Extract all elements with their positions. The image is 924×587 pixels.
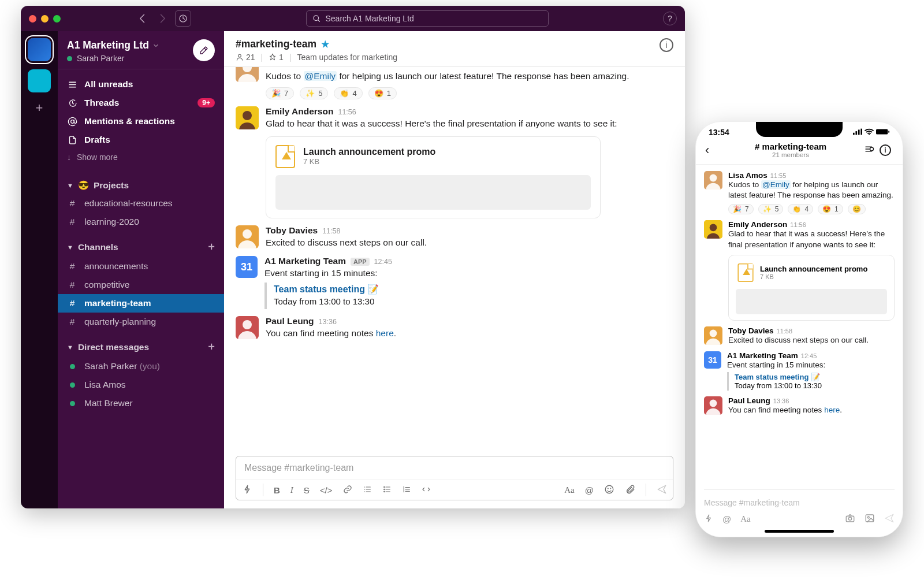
- channel-topic[interactable]: Team updates for marketing: [297, 53, 397, 62]
- channel-marketing-team[interactable]: #marketing-team: [58, 294, 224, 313]
- dm-sarah-parker[interactable]: Sarah Parker (you): [58, 357, 224, 376]
- send-button[interactable]: [884, 513, 895, 525]
- window-controls[interactable]: [29, 15, 130, 23]
- camera-icon[interactable]: [845, 513, 855, 525]
- link-icon[interactable]: [343, 485, 352, 496]
- avatar[interactable]: [236, 67, 259, 82]
- sidebar-item-threads[interactable]: Threads 9+: [58, 94, 224, 112]
- reaction[interactable]: 👏4: [334, 87, 362, 99]
- add-dm-button[interactable]: +: [208, 340, 215, 354]
- reaction[interactable]: 🎉7: [266, 87, 294, 99]
- dm-lisa-amos[interactable]: Lisa Amos: [58, 376, 224, 394]
- minimize-window-button[interactable]: [41, 15, 49, 23]
- phone-message[interactable]: Toby Davies11:58 Excited to discuss next…: [704, 324, 895, 348]
- message[interactable]: 31 A1 Marketing TeamAPP12:45 Event start…: [236, 252, 673, 312]
- phone-message[interactable]: 31 A1 Marketing Team12:45 Event starting…: [704, 348, 895, 393]
- add-channel-button[interactable]: +: [208, 240, 215, 254]
- phone-back-button[interactable]: ‹: [705, 143, 719, 158]
- section-dms-header[interactable]: ▼Direct messages+: [58, 331, 224, 357]
- phone-search-button[interactable]: [862, 144, 876, 157]
- format-toggle-icon[interactable]: Aa: [564, 485, 575, 495]
- italic-icon[interactable]: I: [290, 485, 293, 495]
- message-feed[interactable]: Lisa Amos11:55 Kudos to @Emily for helpi…: [224, 67, 685, 456]
- mention-icon[interactable]: @: [585, 485, 594, 495]
- workspace-1[interactable]: [28, 38, 51, 61]
- shortcuts-icon[interactable]: [242, 484, 252, 496]
- user-mention[interactable]: @Emily: [304, 71, 337, 81]
- code-block-icon[interactable]: [422, 485, 431, 496]
- back-button[interactable]: [136, 13, 150, 24]
- phone-event[interactable]: Team status meeting 📝 Today from 13:00 t…: [727, 372, 895, 391]
- calendar-app-icon[interactable]: 31: [236, 256, 258, 278]
- avatar[interactable]: [236, 316, 259, 339]
- pin-count[interactable]: 1: [269, 53, 284, 62]
- channel-learning-2020[interactable]: #learning-2020: [58, 213, 224, 231]
- channel-educational-resources[interactable]: #educational-resources: [58, 194, 224, 213]
- workspace-2[interactable]: [28, 69, 51, 92]
- current-user[interactable]: Sarah Parker: [67, 54, 159, 63]
- sidebar-show-more[interactable]: ↓Show more: [58, 149, 224, 168]
- compose-button[interactable]: [193, 39, 215, 61]
- member-count[interactable]: 21: [236, 53, 255, 62]
- section-projects-header[interactable]: ▼😎Projects: [58, 171, 224, 194]
- sidebar-item-mentions[interactable]: Mentions & reactions: [58, 112, 224, 131]
- message[interactable]: Toby Davies11:58 Excited to discuss next…: [236, 222, 673, 252]
- phone-channel-title[interactable]: # marketing-team: [722, 142, 859, 151]
- message-body: Excited to discuss next steps on our cal…: [266, 236, 673, 249]
- phone-attachment[interactable]: Launch announcement promo7 KB: [728, 255, 895, 321]
- message-link[interactable]: here: [376, 328, 394, 338]
- reaction[interactable]: ✨5: [300, 87, 328, 99]
- maximize-window-button[interactable]: [53, 15, 61, 23]
- send-button[interactable]: [657, 484, 667, 496]
- reaction[interactable]: 😍1: [368, 87, 397, 99]
- calendar-event[interactable]: Team status meeting 📝 Today from 13:00 t…: [264, 283, 673, 309]
- phone-message[interactable]: Lisa Amos11:55 Kudos to @Emily for helpi…: [704, 168, 895, 217]
- phone-details-button[interactable]: i: [880, 144, 893, 156]
- history-button[interactable]: [175, 10, 191, 27]
- workspace-switcher[interactable]: A1 Marketing Ltd: [67, 39, 159, 51]
- avatar[interactable]: [236, 225, 259, 248]
- star-icon[interactable]: ★: [321, 39, 329, 50]
- sidebar-item-unreads[interactable]: All unreads: [58, 75, 224, 94]
- dm-matt-brewer[interactable]: Matt Brewer: [58, 394, 224, 413]
- phone-message[interactable]: Emily Anderson11:56 Glad to hear that it…: [704, 217, 895, 323]
- message[interactable]: Paul Leung13:36 You can find meeting not…: [236, 313, 673, 343]
- avatar[interactable]: [236, 106, 259, 129]
- attach-icon[interactable]: [625, 484, 635, 496]
- phone-composer-input[interactable]: Message #marketing-team: [704, 489, 895, 513]
- sidebar: A1 Marketing Ltd Sarah Parker All unread…: [58, 31, 224, 508]
- mention-icon[interactable]: @: [722, 514, 731, 524]
- forward-button[interactable]: [155, 13, 169, 24]
- ordered-list-icon[interactable]: [363, 485, 372, 496]
- file-attachment[interactable]: Launch announcement promo 7 KB: [266, 136, 601, 218]
- code-icon[interactable]: </>: [320, 485, 333, 495]
- message[interactable]: Emily Anderson11:56 Glad to hear that it…: [236, 103, 673, 221]
- message[interactable]: Lisa Amos11:55 Kudos to @Emily for helpi…: [236, 67, 673, 103]
- channel-competitive[interactable]: #competitive: [58, 276, 224, 294]
- add-reaction[interactable]: 😊: [848, 204, 866, 214]
- bullet-list-icon[interactable]: [382, 485, 392, 496]
- quote-icon[interactable]: [402, 485, 411, 496]
- search-input[interactable]: Search A1 Marketing Ltd: [306, 10, 549, 27]
- channel-title[interactable]: #marketing-team ★: [236, 38, 397, 50]
- unreads-icon: [67, 80, 77, 90]
- phone-feed[interactable]: Lisa Amos11:55 Kudos to @Emily for helpi…: [696, 165, 903, 481]
- format-icon[interactable]: Aa: [740, 514, 751, 524]
- add-workspace-button[interactable]: +: [36, 101, 43, 116]
- section-channels-header[interactable]: ▼Channels+: [58, 231, 224, 257]
- shortcuts-icon[interactable]: [704, 514, 713, 525]
- sidebar-item-drafts[interactable]: Drafts: [58, 131, 224, 149]
- message-composer[interactable]: Message #marketing-team B I S </>: [236, 456, 673, 500]
- channel-quarterly-planning[interactable]: #quarterly-planning: [58, 313, 224, 331]
- file-icon: [737, 263, 753, 282]
- channel-announcements[interactable]: #announcements: [58, 257, 224, 276]
- close-window-button[interactable]: [29, 15, 36, 23]
- bold-icon[interactable]: B: [274, 485, 280, 495]
- phone-message[interactable]: Paul Leung13:36 You can find meeting not…: [704, 393, 895, 418]
- help-button[interactable]: ?: [663, 12, 677, 25]
- composer-input[interactable]: Message #marketing-team: [236, 456, 673, 480]
- channel-details-button[interactable]: i: [660, 38, 673, 52]
- emoji-icon[interactable]: [604, 484, 614, 496]
- strike-icon[interactable]: S: [304, 485, 310, 495]
- image-icon[interactable]: [865, 513, 875, 525]
